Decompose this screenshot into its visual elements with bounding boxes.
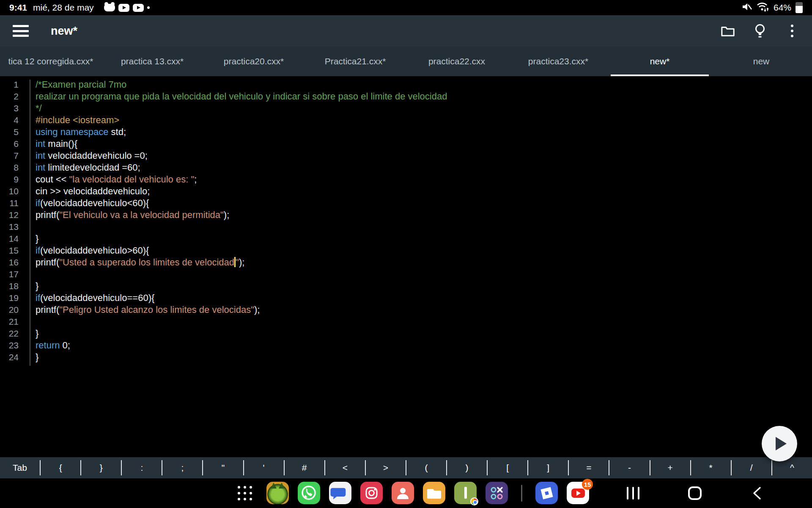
file-tab[interactable]: Practica21.cxx*	[304, 47, 406, 76]
file-tab[interactable]: practica22.cxx	[406, 47, 508, 76]
lightbulb-button[interactable]	[753, 24, 767, 38]
symbol-key[interactable]: #	[285, 457, 324, 478]
symbol-key[interactable]: '	[244, 457, 284, 478]
file-tab[interactable]: new	[710, 47, 812, 76]
code-line: 10cin >> velocidaddevehiculo;	[0, 185, 812, 197]
code-line: 19if(velocidaddevehiculo==60){	[0, 292, 812, 304]
symbol-key[interactable]: :	[122, 457, 162, 478]
symbol-key[interactable]: }	[81, 457, 121, 478]
symbol-key[interactable]: >	[366, 457, 406, 478]
symbol-key[interactable]: ]	[528, 457, 568, 478]
battery-percent: 64%	[774, 3, 791, 13]
symbol-key[interactable]: {	[41, 457, 80, 478]
home-button[interactable]	[680, 478, 710, 508]
wifi-icon	[757, 1, 769, 14]
file-tab[interactable]: new*	[609, 47, 710, 76]
code-line: 4#include <iostream>	[0, 114, 812, 126]
file-tab[interactable]: practica23.cxx*	[508, 47, 609, 76]
line-number: 9	[0, 174, 25, 185]
symbol-key[interactable]: (	[406, 457, 446, 478]
line-number: 16	[0, 257, 25, 268]
code-line: 23return 0;	[0, 340, 812, 351]
line-number: 20	[0, 304, 25, 316]
tab-bar: tica 12 corregida.cxx*practica 13.cxx*pr…	[0, 47, 812, 76]
code-line: 18}	[0, 280, 812, 292]
line-number: 22	[0, 328, 25, 340]
line-number: 24	[0, 351, 25, 363]
android-screen: 9:41 mié, 28 de may 64% new*	[0, 0, 812, 508]
gutter-separator	[30, 80, 30, 366]
code-line: 20printf("Peligro Usted alcanzo los limi…	[0, 304, 812, 316]
navigation-keys	[0, 478, 812, 508]
code-line: 14}	[0, 233, 812, 245]
line-number: 10	[0, 185, 25, 197]
symbol-key[interactable]: ;	[162, 457, 202, 478]
line-number: 5	[0, 126, 25, 138]
run-button[interactable]	[762, 426, 797, 461]
line-number: 11	[0, 197, 25, 209]
battery-icon	[796, 2, 803, 13]
code-line: 6int main(){	[0, 138, 812, 150]
symbol-key[interactable]: <	[325, 457, 365, 478]
code-line: 5using namespace std;	[0, 126, 812, 138]
symbol-key[interactable]: )	[447, 457, 487, 478]
line-number: 4	[0, 114, 25, 126]
line-number: 8	[0, 162, 25, 174]
code-line: 16printf("Usted a superado los limites d…	[0, 257, 812, 268]
back-button[interactable]	[742, 478, 772, 508]
code-line: 21	[0, 316, 812, 328]
status-bar: 9:41 mié, 28 de may 64%	[0, 0, 812, 15]
code-line: 12printf("El vehiculo va a la velocidad …	[0, 209, 812, 221]
symbol-key[interactable]: /	[732, 457, 771, 478]
symbol-key[interactable]: *	[691, 457, 731, 478]
line-number: 2	[0, 91, 25, 102]
symbol-key[interactable]: -	[609, 457, 649, 478]
code-editor[interactable]: 1/*Examen parcial 7mo2realizar un progra…	[0, 76, 812, 457]
overflow-menu-icon[interactable]	[785, 24, 799, 38]
code-line: 8int limitedevelocidad =60;	[0, 162, 812, 174]
line-number: 19	[0, 292, 25, 304]
line-number: 13	[0, 221, 25, 233]
more-notifications-dot	[147, 6, 150, 9]
symbol-key-bar: Tab{}:;"'#<>()[]=-+*/^	[0, 457, 812, 478]
line-number: 6	[0, 138, 25, 150]
open-folder-button[interactable]	[721, 24, 735, 38]
line-number: 23	[0, 340, 25, 351]
code-line: 7int velocidaddevehiculo =0;	[0, 150, 812, 162]
symbol-key[interactable]: =	[569, 457, 609, 478]
gamepad-icon	[104, 4, 115, 11]
line-number: 14	[0, 233, 25, 245]
symbol-key[interactable]: [	[488, 457, 527, 478]
status-date: mié, 28 de may	[33, 3, 94, 13]
line-number: 15	[0, 245, 25, 257]
code-line: 22}	[0, 328, 812, 340]
symbol-key[interactable]: "	[203, 457, 243, 478]
file-tab[interactable]: practica20.cxx*	[203, 47, 304, 76]
play-icon	[776, 437, 787, 450]
symbol-key[interactable]: +	[650, 457, 690, 478]
symbol-key[interactable]: Tab	[0, 457, 40, 478]
line-number: 18	[0, 280, 25, 292]
youtube-play-icon	[118, 4, 129, 12]
line-number: 3	[0, 102, 25, 114]
youtube-play-icon	[133, 4, 144, 12]
mute-icon	[741, 1, 752, 14]
file-tab[interactable]: tica 12 corregida.cxx*	[0, 47, 102, 76]
line-number: 21	[0, 316, 25, 328]
file-tab[interactable]: practica 13.cxx*	[102, 47, 203, 76]
menu-icon[interactable]	[13, 25, 29, 37]
code-line: 15if(velocidaddevehiculo>60){	[0, 245, 812, 257]
code-lines-container: 1/*Examen parcial 7mo2realizar un progra…	[0, 79, 812, 363]
code-line: 11if(velocidaddevehiculo<60){	[0, 197, 812, 209]
recents-button[interactable]	[618, 478, 648, 508]
code-line: 3*/	[0, 102, 812, 114]
line-number: 7	[0, 150, 25, 162]
app-toolbar: new*	[0, 15, 812, 47]
code-line: 24}	[0, 351, 812, 363]
code-line: 9cout << "la velocidad del vehiculo es: …	[0, 174, 812, 185]
line-number: 17	[0, 268, 25, 280]
dock-bar: 15	[0, 478, 812, 508]
status-time: 9:41	[9, 3, 27, 13]
code-line: 1/*Examen parcial 7mo	[0, 79, 812, 91]
document-title: new*	[51, 25, 77, 38]
